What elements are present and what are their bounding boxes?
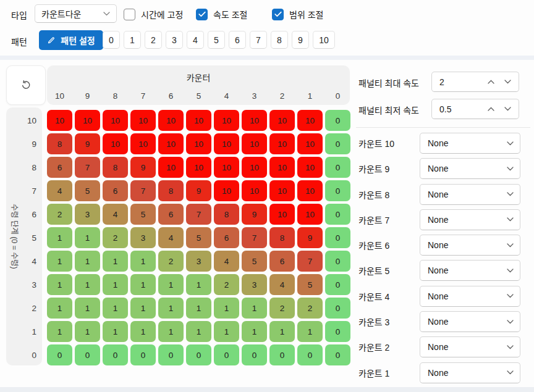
grid-cell[interactable]: 10	[103, 110, 128, 131]
grid-cell[interactable]: 1	[214, 321, 239, 342]
count-dropdown[interactable]: None	[420, 209, 520, 230]
grid-cell[interactable]: 10	[47, 110, 72, 131]
count-dropdown[interactable]: None	[420, 184, 520, 205]
count-dropdown[interactable]: None	[420, 260, 520, 281]
grid-cell[interactable]: 10	[269, 180, 295, 201]
grid-cell[interactable]: 10	[297, 157, 323, 178]
grid-cell[interactable]: 10	[130, 110, 156, 131]
grid-cell[interactable]: 1	[186, 274, 211, 295]
grid-cell[interactable]: 1	[297, 321, 323, 342]
grid-cell[interactable]: 0	[325, 251, 350, 272]
grid-cell[interactable]: 10	[214, 157, 239, 178]
grid-cell[interactable]: 1	[103, 321, 128, 342]
grid-cell[interactable]: 8	[269, 227, 295, 248]
grid-cell[interactable]: 10	[297, 180, 323, 201]
grid-cell[interactable]: 0	[325, 110, 350, 131]
grid-cell[interactable]: 0	[325, 298, 350, 319]
grid-cell[interactable]: 10	[158, 110, 184, 131]
grid-cell[interactable]: 0	[325, 344, 350, 365]
grid-cell[interactable]: 0	[103, 344, 128, 365]
grid-cell[interactable]: 4	[158, 227, 184, 248]
grid-cell[interactable]: 1	[103, 298, 128, 319]
grid-cell[interactable]: 8	[47, 133, 72, 154]
grid-cell[interactable]: 1	[103, 274, 128, 295]
grid-cell[interactable]: 1	[75, 298, 100, 319]
grid-cell[interactable]: 9	[186, 180, 211, 201]
count-dropdown[interactable]: None	[420, 336, 520, 357]
count-dropdown[interactable]: None	[420, 235, 520, 256]
grid-cell[interactable]: 2	[158, 251, 184, 272]
grid-cell[interactable]: 10	[242, 133, 267, 154]
grid-cell[interactable]: 1	[47, 274, 72, 295]
grid-cell[interactable]: 5	[130, 204, 156, 225]
grid-cell[interactable]: 10	[186, 157, 211, 178]
grid-cell[interactable]: 2	[214, 274, 239, 295]
pattern-settings-button[interactable]: 패턴 설정	[39, 30, 103, 50]
checkbox-checked[interactable]	[272, 9, 284, 20]
grid-cell[interactable]: 4	[47, 180, 72, 201]
grid-cell[interactable]: 0	[325, 204, 350, 225]
grid-cell[interactable]: 1	[130, 251, 156, 272]
grid-cell[interactable]: 0	[242, 344, 267, 365]
grid-cell[interactable]: 3	[186, 251, 211, 272]
grid-cell[interactable]: 5	[297, 274, 323, 295]
grid-cell[interactable]: 9	[75, 133, 100, 154]
grid-cell[interactable]: 1	[47, 251, 72, 272]
grid-cell[interactable]: 0	[214, 344, 239, 365]
grid-cell[interactable]: 2	[47, 204, 72, 225]
reset-button[interactable]	[6, 65, 46, 105]
grid-cell[interactable]: 9	[242, 204, 267, 225]
grid-cell[interactable]: 0	[130, 344, 156, 365]
count-dropdown[interactable]: None	[420, 362, 520, 383]
grid-cell[interactable]: 1	[158, 274, 184, 295]
pattern-number-button[interactable]: 10	[313, 31, 335, 49]
grid-cell[interactable]: 0	[47, 344, 72, 365]
grid-cell[interactable]: 9	[297, 227, 323, 248]
pattern-number-button[interactable]: 0	[103, 31, 120, 49]
pattern-number-button[interactable]: 8	[271, 31, 288, 49]
max-speed-input[interactable]: 2	[431, 72, 519, 92]
grid-cell[interactable]: 6	[47, 157, 72, 178]
grid-cell[interactable]: 10	[158, 133, 184, 154]
grid-cell[interactable]: 1	[75, 251, 100, 272]
grid-cell[interactable]: 1	[130, 321, 156, 342]
grid-cell[interactable]: 10	[242, 180, 267, 201]
grid-cell[interactable]: 9	[130, 157, 156, 178]
grid-cell[interactable]: 5	[242, 251, 267, 272]
checkbox-unchecked[interactable]	[124, 9, 135, 20]
grid-cell[interactable]: 7	[130, 180, 156, 201]
grid-cell[interactable]: 7	[186, 204, 211, 225]
grid-cell[interactable]: 6	[269, 251, 295, 272]
count-dropdown[interactable]: None	[420, 158, 520, 179]
grid-cell[interactable]: 0	[186, 344, 211, 365]
grid-cell[interactable]: 10	[214, 133, 239, 154]
grid-cell[interactable]: 0	[158, 344, 184, 365]
grid-cell[interactable]: 10	[186, 133, 211, 154]
grid-cell[interactable]: 10	[214, 180, 239, 201]
pattern-number-button[interactable]: 5	[208, 31, 225, 49]
grid-cell[interactable]: 10	[242, 157, 267, 178]
grid-cell[interactable]: 10	[269, 110, 295, 131]
pattern-number-button[interactable]: 3	[166, 31, 183, 49]
grid-cell[interactable]: 3	[242, 274, 267, 295]
grid-cell[interactable]: 0	[325, 321, 350, 342]
grid-cell[interactable]: 0	[325, 274, 350, 295]
grid-cell[interactable]: 1	[186, 321, 211, 342]
grid-cell[interactable]: 10	[269, 157, 295, 178]
grid-cell[interactable]: 5	[186, 227, 211, 248]
grid-cell[interactable]: 0	[325, 180, 350, 201]
checkbox-option[interactable]: 시간에 고정	[124, 5, 183, 23]
count-dropdown[interactable]: None	[420, 286, 520, 307]
grid-cell[interactable]: 10	[186, 110, 211, 131]
grid-cell[interactable]: 10	[103, 133, 128, 154]
grid-cell[interactable]: 1	[47, 227, 72, 248]
grid-cell[interactable]: 2	[103, 227, 128, 248]
checkbox-option[interactable]: 범위 조절	[272, 5, 323, 23]
pattern-number-button[interactable]: 9	[292, 31, 309, 49]
grid-cell[interactable]: 10	[214, 110, 239, 131]
grid-cell[interactable]: 7	[242, 227, 267, 248]
grid-cell[interactable]: 10	[242, 110, 267, 131]
grid-cell[interactable]: 0	[75, 344, 100, 365]
grid-cell[interactable]: 10	[158, 157, 184, 178]
min-speed-increment-button[interactable]	[483, 107, 499, 111]
